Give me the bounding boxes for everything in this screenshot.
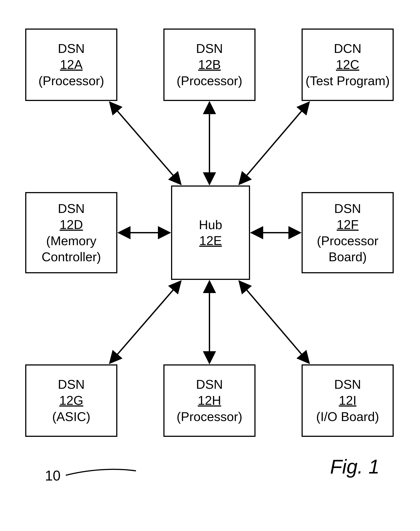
- edge-12a: [110, 102, 181, 184]
- node-12c-id: 12C: [336, 57, 359, 73]
- node-12e-kind: Hub: [199, 217, 222, 233]
- ref-leader: [66, 469, 136, 475]
- node-12g: DSN 12G (ASIC): [25, 364, 117, 437]
- node-12c-kind: DCN: [334, 41, 361, 57]
- node-12d-kind: DSN: [58, 201, 85, 217]
- node-12a-label: (Processor): [38, 73, 104, 89]
- node-12h-kind: DSN: [196, 376, 223, 392]
- figure-label: Fig. 1: [330, 455, 379, 478]
- node-12a: DSN 12A (Processor): [25, 29, 117, 101]
- node-12h-label: (Processor): [177, 409, 242, 425]
- edge-12i: [239, 281, 309, 363]
- node-12h: DSN 12H (Processor): [163, 364, 255, 437]
- node-12i: DSN 12I (I/O Board): [301, 364, 394, 437]
- node-12f-label: (Processor Board): [303, 233, 393, 265]
- node-12g-id: 12G: [59, 392, 83, 408]
- node-12g-label: (ASIC): [52, 409, 90, 425]
- node-12i-kind: DSN: [334, 376, 361, 392]
- edge-12c: [239, 102, 309, 184]
- node-12f: DSN 12F (Processor Board): [301, 192, 394, 273]
- node-12c-label: (Test Program): [305, 73, 390, 89]
- node-12c: DCN 12C (Test Program): [301, 29, 394, 101]
- node-12f-kind: DSN: [334, 201, 361, 217]
- node-12a-id: 12A: [60, 57, 82, 73]
- node-12i-id: 12I: [339, 392, 357, 408]
- node-12g-kind: DSN: [58, 376, 85, 392]
- node-12e-id: 12E: [199, 233, 222, 249]
- node-12d-id: 12D: [60, 217, 83, 233]
- reference-numeral: 10: [45, 468, 60, 484]
- node-12f-id: 12F: [337, 217, 359, 233]
- node-12b-kind: DSN: [196, 41, 223, 57]
- node-12d: DSN 12D (Memory Controller): [25, 192, 117, 273]
- edge-12g: [110, 281, 181, 363]
- node-12e-hub: Hub 12E: [171, 186, 250, 280]
- node-12h-id: 12H: [198, 392, 221, 408]
- node-12b-id: 12B: [198, 57, 221, 73]
- node-12d-label: (Memory Controller): [26, 233, 116, 265]
- diagram-canvas: DSN 12A (Processor) DSN 12B (Processor) …: [0, 0, 420, 531]
- node-12a-kind: DSN: [58, 41, 85, 57]
- node-12b-label: (Processor): [177, 73, 242, 89]
- node-12b: DSN 12B (Processor): [163, 29, 255, 101]
- node-12i-label: (I/O Board): [316, 409, 379, 425]
